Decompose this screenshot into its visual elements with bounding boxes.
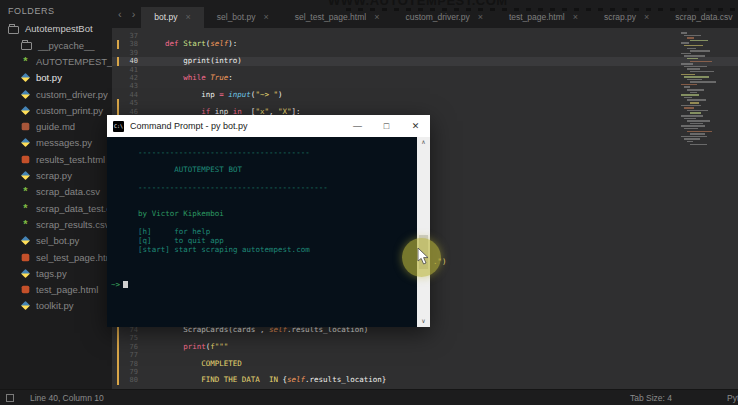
sidebar-item-label: scrap.py (36, 170, 72, 181)
sidebar-item-label: scrap_results.csv (36, 219, 109, 230)
sidebar-item-__pycache__[interactable]: __pycache__ (0, 37, 112, 53)
terminal-line-5: ----------------------------------------… (111, 184, 430, 193)
line-number: 42 (112, 74, 147, 82)
window-title-bar[interactable]: C:\ Command Prompt - py bot.py — □ ✕ (107, 115, 430, 137)
sidebar-item-custom_print.py[interactable]: custom_print.py (0, 102, 112, 118)
maximize-button[interactable]: □ (372, 115, 401, 137)
minimap-row (681, 32, 687, 34)
tab-size-indicator[interactable]: Tab Size: 4 (630, 393, 672, 403)
minimap-row (687, 120, 710, 122)
git-modified-mark (117, 351, 119, 359)
sidebar-item-scrap.py[interactable]: scrap.py (0, 167, 112, 183)
code-line-40[interactable]: 40 gprint(intro) (112, 57, 738, 65)
sidebar-item-AUTOTEMPEST_SCRAF_DATA.c[interactable]: *AUTOTEMPEST_SCRAF_DATA.c (0, 53, 112, 69)
terminal-line-1: -------------------------------------- (111, 149, 430, 158)
git-modified-mark (117, 343, 119, 351)
tab-history-nav: ‹ › (112, 0, 141, 28)
nav-forward-icon[interactable]: › (132, 1, 136, 27)
minimap-row (681, 42, 689, 44)
close-button[interactable]: ✕ (401, 115, 430, 137)
sidebar-item-label: results_test.html (36, 154, 105, 165)
minimap-row (681, 125, 705, 127)
minimap-row (684, 55, 705, 57)
code-text: def Start(self): (147, 39, 237, 48)
minimap-row (684, 66, 707, 68)
code-line-78[interactable]: 78 COMPLETED (112, 360, 738, 368)
cursor-position[interactable]: Line 40, Column 10 (30, 393, 104, 403)
prompt-symbol: ~> (111, 280, 120, 289)
py-icon (21, 106, 30, 115)
minimap-row (684, 76, 709, 78)
terminal-output[interactable]: -------------------------------------- A… (107, 137, 430, 327)
sidebar-item-tags.py[interactable]: tags.py (0, 265, 112, 281)
terminal-line-8: by Victor Kipkemboi (111, 210, 430, 219)
cmd-icon: C:\ (113, 121, 124, 132)
tab-close-icon[interactable]: × (264, 7, 269, 28)
code-text: while True: (147, 73, 233, 82)
sidebar-item-label: tags.py (36, 268, 67, 279)
csv-icon: * (21, 204, 30, 213)
sidebar-item-guide.md[interactable]: guide.md (0, 118, 112, 134)
code-line-74[interactable]: 74 ScrapCards(cards , self.results_locat… (112, 326, 738, 334)
sidebar-item-messages.py[interactable]: messages.py (0, 135, 112, 151)
minimap[interactable] (681, 32, 714, 152)
minimap-row (687, 79, 702, 81)
sidebar-item-test_page.html[interactable]: test_page.html (0, 281, 112, 297)
git-modified-mark (117, 40, 119, 48)
tab-close-icon[interactable]: × (186, 7, 191, 28)
sidebar-item-bot.py[interactable]: bot.py (0, 70, 112, 86)
sidebar-header: FOLDERS (0, 0, 112, 21)
minimap-row (684, 107, 694, 109)
sidebar-item-sel_bot.py[interactable]: sel_bot.py (0, 233, 112, 249)
minimap-row (681, 63, 693, 65)
minimap-row (687, 48, 696, 50)
sidebar-file-list: __pycache__*AUTOTEMPEST_SCRAF_DATA.cbot.… (0, 37, 112, 314)
tab-label: bot.py (154, 7, 177, 28)
code-line-76[interactable]: 76 print(f""" (112, 343, 738, 351)
sidebar-item-label: custom_print.py (36, 105, 103, 116)
minimap-row (684, 138, 700, 140)
csv-icon: * (21, 220, 30, 229)
minimap-row (687, 99, 706, 101)
sidebar-item-custom_driver.py[interactable]: custom_driver.py (0, 86, 112, 102)
terminal-line-13 (111, 254, 430, 263)
line-number: 37 (112, 32, 147, 40)
sidebar-item-label: scrap_data_test.csv (36, 203, 112, 214)
sidebar-item-label: __pycache__ (38, 40, 95, 51)
tab-sel_bot.py[interactable]: sel_bot.py× (204, 7, 282, 28)
terminal-scrollbar[interactable]: ∧ ∨ (417, 137, 430, 327)
sidebar-item-results_test.html[interactable]: results_test.html (0, 151, 112, 167)
py-icon (21, 236, 30, 245)
sidebar-item-label: test_page.html (36, 284, 98, 295)
sidebar-root-folder[interactable]: AutotempestBot (0, 21, 112, 37)
sidebar-item-label: AUTOTEMPEST_SCRAF_DATA.c (36, 56, 112, 67)
tab-bot.py[interactable]: bot.py× (141, 7, 203, 28)
code-line-80[interactable]: 80 FIND THE DATA IN {self.results_locati… (112, 376, 738, 384)
code-line-42[interactable]: 42 while True: (112, 74, 738, 82)
code-line-38[interactable]: 38 def Start(self): (112, 40, 738, 48)
minimap-row (687, 141, 693, 143)
minimap-row (687, 89, 704, 91)
sidebar-item-scrap_data.csv[interactable]: *scrap_data.csv (0, 184, 112, 200)
sidebar-item-toolkit.py[interactable]: toolkit.py (0, 298, 112, 314)
watermark-faint-line (346, 8, 735, 11)
py-icon (21, 269, 30, 278)
nav-back-icon[interactable]: ‹ (118, 1, 122, 27)
minimap-row (684, 86, 690, 88)
minimize-button[interactable]: — (343, 115, 372, 137)
sidebar-item-scrap_results.csv[interactable]: *scrap_results.csv (0, 216, 112, 232)
code-text: COMPLETED (147, 359, 242, 368)
minimap-row (690, 50, 710, 52)
minimap-row (690, 92, 697, 94)
scroll-up-icon[interactable]: ∧ (417, 138, 430, 147)
app-window: { "watermark": { "text": "WWW.AUTOTEMPES… (0, 0, 738, 405)
scroll-down-icon[interactable]: ∨ (417, 317, 430, 326)
minimap-row (681, 136, 707, 138)
terminal-line-15 (111, 272, 430, 281)
syntax-indicator[interactable]: Python (727, 393, 738, 403)
code-line-44[interactable]: 44 inp = input("~> ") (112, 91, 738, 99)
scrollbar-thumb[interactable] (419, 235, 428, 269)
sidebar-item-sel_test_page.html[interactable]: sel_test_page.html (0, 249, 112, 265)
sidebar-item-scrap_data_test.csv[interactable]: *scrap_data_test.csv (0, 200, 112, 216)
html-icon (22, 286, 30, 294)
